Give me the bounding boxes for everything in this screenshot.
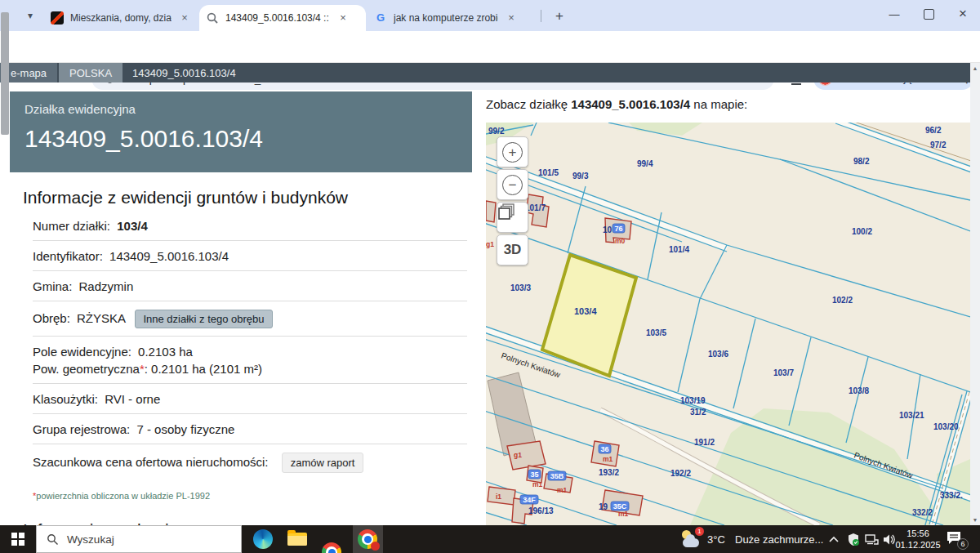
page-scrollbar[interactable]: ▲ ▼ — [970, 63, 980, 525]
taskbar-clock[interactable]: 15:56 01.12.2025 — [895, 528, 941, 551]
row-area: Pole ewidencyjne: 0.2103 ha Pow. geometr… — [33, 337, 467, 384]
tab-close-icon[interactable]: × — [336, 11, 350, 25]
search-icon — [47, 533, 59, 546]
start-button[interactable] — [0, 525, 36, 553]
footnote-text: powierzchnia obliczona w układzie PL-199… — [36, 491, 210, 501]
weather-icon[interactable]: 1 — [681, 529, 702, 549]
row-label: Szacunkowa cena ofertowa nieruchomości: — [33, 455, 269, 469]
row-label: Numer działki: — [33, 219, 110, 233]
otodom-favicon — [51, 11, 64, 25]
weather-description[interactable]: Duże zachmurze... — [735, 525, 823, 553]
svg-text:103/7: 103/7 — [773, 368, 794, 377]
security-shield-icon[interactable] — [846, 533, 861, 546]
scrollbar-down-icon[interactable]: ▼ — [970, 515, 980, 525]
scrollbar-thumb[interactable] — [1, 12, 9, 135]
map-3d-button[interactable]: 3D — [497, 234, 528, 265]
svg-text:99/4: 99/4 — [637, 159, 653, 168]
cadastral-map[interactable]: Polnych Kwiatów Polnych Kwiatów 99/2 96/… — [486, 123, 970, 525]
row-value: 0.2103 ha — [138, 345, 193, 359]
svg-text:98/2: 98/2 — [853, 157, 870, 166]
network-icon[interactable] — [864, 533, 879, 546]
svg-text:103/8: 103/8 — [849, 386, 869, 395]
search-placeholder: Wyszukaj — [67, 533, 114, 546]
svg-text:193/2: 193/2 — [599, 468, 619, 477]
tray-chevron-up-icon[interactable] — [826, 533, 841, 546]
svg-text:99/3: 99/3 — [572, 172, 589, 181]
window-maximize-button[interactable] — [911, 0, 946, 28]
other-parcels-button[interactable]: Inne działki z tego obrębu — [135, 310, 272, 328]
emapa-region-tab[interactable]: POLSKA — [59, 63, 122, 83]
caption-prefix: Zobacz działkę — [486, 97, 571, 111]
order-report-button[interactable]: zamów raport — [282, 453, 364, 473]
tab-divider — [541, 10, 541, 22]
svg-text:102/2: 102/2 — [832, 296, 853, 305]
svg-text:35: 35 — [530, 470, 538, 479]
emapa-bar-title: 143409_5.0016.103/4 — [124, 63, 244, 83]
row-gmina: Gmina: Radzymin — [33, 271, 467, 301]
row-label: Grupa rejestrowa: — [33, 422, 130, 436]
row-land-class: Klasoużytki: RVI - orne — [33, 384, 467, 414]
tab-search-caret-icon[interactable]: ▾ — [21, 7, 39, 25]
svg-text:101/4: 101/4 — [669, 245, 689, 254]
svg-text:332/2: 332/2 — [912, 508, 933, 517]
chrome-icon[interactable] — [322, 542, 341, 553]
pl1992-footnote: *powierzchnia obliczona w układzie PL-19… — [33, 491, 472, 501]
windows-logo-icon — [11, 533, 24, 546]
notification-center-icon[interactable]: 6 — [946, 530, 967, 548]
tab-close-icon[interactable]: × — [505, 11, 518, 25]
svg-text:10: 10 — [603, 225, 612, 234]
map-zoom-in-button[interactable]: + — [497, 136, 528, 167]
edge-icon[interactable] — [253, 529, 273, 549]
tab-google-search[interactable]: G jak na komputerze zrobić zrzut × — [368, 5, 536, 31]
row-value: 7 - osoby fizyczne — [136, 422, 234, 436]
tab-title: 143409_5.0016.103/4 :: Działka — [225, 12, 330, 24]
active-chrome-window[interactable] — [353, 525, 383, 553]
svg-text:103/4: 103/4 — [574, 306, 597, 316]
svg-text:m1: m1 — [557, 486, 568, 494]
new-tab-button[interactable]: + — [549, 6, 570, 27]
egib-section-title: Informacje z ewidencji gruntów i budynkó… — [23, 188, 472, 207]
weather-temperature[interactable]: 3°C — [707, 525, 725, 553]
tab-close-icon[interactable]: × — [178, 11, 191, 25]
svg-text:196/13: 196/13 — [528, 506, 554, 515]
row-value: RVI - orne — [105, 392, 160, 406]
svg-text:103/21: 103/21 — [899, 411, 924, 420]
chrome-active-icon — [358, 529, 377, 549]
tab-emapa-active[interactable]: 143409_5.0016.103/4 :: Działka × — [199, 5, 366, 31]
row-value: 103/4 — [117, 219, 148, 233]
3d-icon: 3D — [504, 242, 522, 258]
svg-text:333/2.: 333/2. — [940, 491, 963, 500]
colon: : — [145, 362, 148, 376]
row-label: Klasoużytki: — [33, 392, 98, 406]
tab-otodom[interactable]: Mieszkania, domy, działki, lokal × — [44, 5, 198, 31]
svg-text:m1: m1 — [603, 455, 613, 463]
map-canvas[interactable]: Polnych Kwiatów Polnych Kwiatów 99/2 96/… — [486, 123, 970, 525]
svg-text:m1: m1 — [618, 510, 629, 518]
notification-count-badge: 6 — [957, 538, 969, 550]
emapa-header-bar: e-mapa POLSKA 143409_5.0016.103/4 — [0, 63, 980, 83]
clock-time: 15:56 — [895, 528, 941, 539]
map-caption: Zobacz działkę 143409_5.0016.103/4 na ma… — [486, 97, 747, 111]
svg-text:34F: 34F — [523, 496, 536, 504]
row-register-group: Grupa rejestrowa: 7 - osoby fizyczne — [33, 414, 467, 444]
browser-tab-strip: ▾ Mieszkania, domy, działki, lokal × 143… — [0, 0, 980, 31]
svg-text:35B: 35B — [550, 472, 564, 480]
window-minimize-button[interactable]: — — [877, 0, 911, 28]
row-value: 0.2101 ha (2101 m²) — [151, 362, 262, 376]
svg-text:76: 76 — [614, 225, 622, 233]
svg-text:96/2: 96/2 — [925, 126, 942, 135]
map-zoom-out-button[interactable]: − — [497, 169, 528, 200]
row-value: 143409_5.0016.103/4 — [109, 249, 229, 263]
svg-text:103/20: 103/20 — [933, 422, 959, 431]
taskbar-search-box[interactable]: Wyszukaj — [36, 525, 242, 553]
chrome-profile-badge — [371, 542, 380, 551]
row-obreb: Obręb: RŻYSKA Inne działki z tego obrębu — [33, 301, 467, 337]
row-identifier: Identyfikator: 143409_5.0016.103/4 — [33, 241, 467, 271]
scrollbar-up-icon[interactable]: ▲ — [970, 63, 980, 74]
row-label: Gmina: — [33, 279, 72, 293]
map-layers-button[interactable] — [497, 202, 528, 233]
caption-suffix: na mapie: — [690, 97, 747, 111]
file-explorer-icon[interactable] — [287, 533, 307, 546]
window-close-button[interactable]: × — [946, 0, 980, 28]
emapa-favicon-magnifier-icon — [206, 11, 219, 25]
